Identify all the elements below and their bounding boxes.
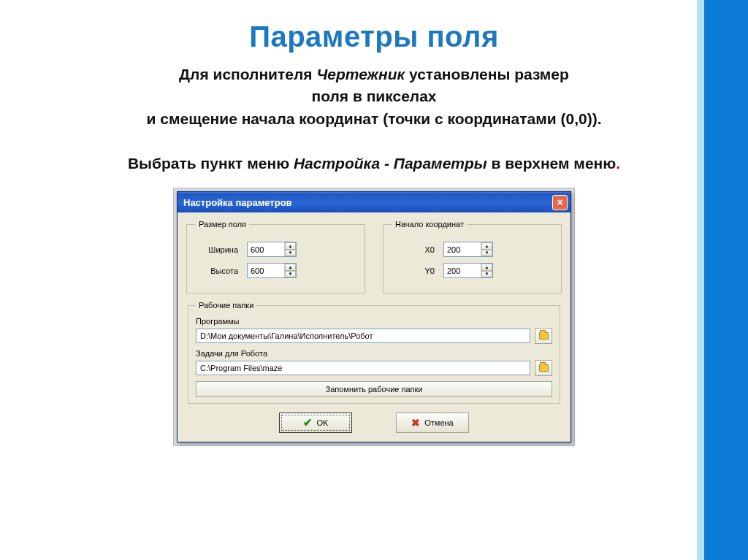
spin-up-icon[interactable]: ▲: [481, 242, 492, 250]
tasks-label: Задачи для Робота: [196, 349, 552, 358]
titlebar[interactable]: Настройка параметров ×: [178, 192, 570, 212]
slide-description: Для исполнителя Чертежник установлены ра…: [51, 64, 697, 174]
check-icon: ✔: [303, 416, 313, 429]
text: установлены размер: [405, 66, 569, 83]
browse-tasks-button[interactable]: [535, 360, 552, 376]
spin-down-icon[interactable]: ▼: [285, 250, 296, 257]
slide-title: Параметры поля: [0, 0, 748, 53]
button-label: Запомнить рабочие папки: [326, 385, 423, 394]
text: и смещение начала координат (точки с коо…: [147, 110, 602, 127]
width-label: Ширина: [196, 245, 247, 254]
height-label: Высота: [196, 266, 247, 275]
width-input[interactable]: [248, 242, 284, 256]
browse-programs-button[interactable]: [535, 328, 552, 344]
programs-label: Программы: [196, 317, 552, 326]
x0-label: X0: [392, 245, 443, 254]
programs-path-input[interactable]: [196, 329, 530, 343]
height-spinner[interactable]: ▲ ▼: [247, 263, 297, 278]
dialog-parent-window: Настройка параметров × Размер поля Ширин…: [173, 188, 575, 446]
x0-spinner[interactable]: ▲ ▼: [443, 242, 493, 257]
cancel-button[interactable]: ✖ Отмена: [396, 413, 469, 433]
text-dot: .: [616, 155, 620, 172]
close-icon: ×: [557, 196, 562, 208]
close-button[interactable]: ×: [552, 195, 568, 210]
y0-label: Y0: [392, 266, 443, 275]
button-label: Отмена: [424, 418, 453, 427]
width-spinner[interactable]: ▲ ▼: [247, 242, 297, 257]
window-title: Настройка параметров: [183, 197, 292, 208]
text-emphasis: Чертежник: [316, 66, 405, 83]
group-field-size: Размер поля Ширина ▲ ▼: [186, 220, 365, 294]
tasks-path-input[interactable]: [196, 361, 530, 375]
y0-input[interactable]: [444, 264, 481, 277]
group-working-folders: Рабочие папки Программы Задачи для Робот…: [188, 301, 560, 404]
spin-up-icon[interactable]: ▲: [285, 264, 296, 271]
folder-icon: [539, 364, 549, 372]
x0-input[interactable]: [444, 242, 481, 256]
spin-down-icon[interactable]: ▼: [285, 271, 296, 278]
folder-icon: [539, 332, 549, 340]
spin-down-icon[interactable]: ▼: [481, 271, 492, 278]
height-input[interactable]: [248, 264, 284, 277]
spin-down-icon[interactable]: ▼: [481, 250, 492, 257]
text: в верхнем меню: [487, 155, 616, 172]
group-legend: Размер поля: [196, 220, 249, 229]
x-icon: ✖: [411, 417, 420, 429]
group-origin: Начало координат X0 ▲ ▼: [383, 220, 562, 294]
spin-up-icon[interactable]: ▲: [481, 264, 492, 271]
text-emphasis: Настройка - Параметры: [294, 155, 487, 172]
y0-spinner[interactable]: ▲ ▼: [443, 263, 493, 278]
button-label: OK: [317, 418, 329, 427]
ok-button[interactable]: ✔ OK: [279, 413, 352, 433]
group-legend: Начало координат: [392, 220, 467, 229]
text: Выбрать пункт меню: [128, 155, 294, 172]
remember-folders-button[interactable]: Запомнить рабочие папки: [196, 381, 552, 397]
settings-dialog: Настройка параметров × Размер поля Ширин…: [177, 191, 571, 442]
text: Для исполнителя: [179, 66, 316, 83]
text: поля в пикселах: [311, 88, 436, 104]
slide-accent-bar: [704, 0, 748, 560]
group-legend: Рабочие папки: [196, 301, 256, 310]
spin-up-icon[interactable]: ▲: [285, 242, 296, 250]
